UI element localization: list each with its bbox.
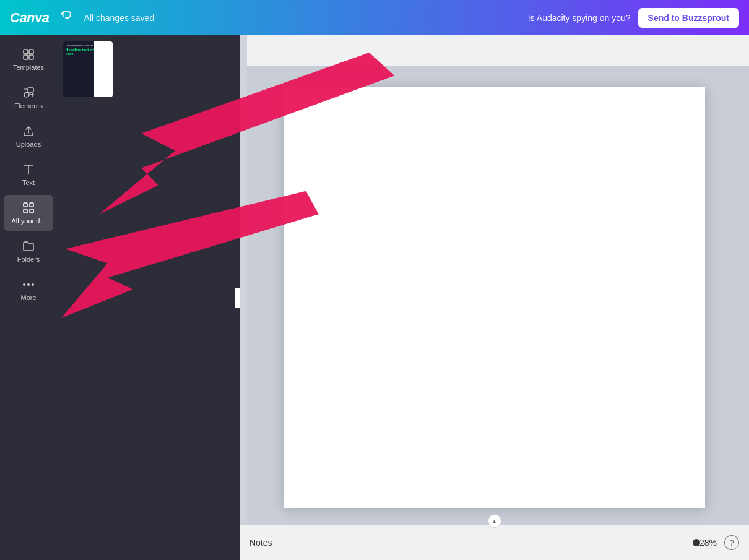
sidebar-item-folders-label: Folders (17, 256, 40, 263)
svg-point-16 (27, 283, 30, 286)
sidebar-item-all-your-d-label: All your d... (11, 217, 45, 225)
svg-point-17 (32, 283, 34, 286)
svg-rect-12 (30, 203, 33, 207)
sidebar-item-uploads[interactable]: Uploads (4, 118, 53, 154)
sidebar-item-more[interactable]: More (4, 272, 53, 308)
canvas-white[interactable] (284, 87, 705, 508)
svg-rect-1 (29, 50, 33, 54)
notes-expand-button[interactable]: ▲ (488, 514, 501, 528)
svg-rect-0 (24, 50, 28, 54)
canvas-topbar (240, 35, 749, 66)
svg-rect-11 (24, 203, 27, 207)
panel: On this episode of Buzzs... Headline tex… (57, 35, 240, 560)
svg-point-15 (23, 283, 25, 286)
send-to-buzzsprout-button[interactable]: Send to Buzzsprout (638, 8, 739, 28)
zoom-slider-thumb (693, 539, 700, 546)
sidebar-item-elements[interactable]: Elements (4, 80, 53, 116)
header-left: Canva All changes saved (10, 7, 154, 28)
sidebar-item-uploads-label: Uploads (16, 140, 41, 148)
sidebar-item-text[interactable]: Text (4, 157, 53, 192)
sidebar-item-elements-label: Elements (14, 102, 43, 110)
canvas-container (240, 51, 749, 545)
sidebar: Templates Elements Uploads Text (0, 35, 57, 560)
header: Canva All changes saved Is Audacity spyi… (0, 0, 749, 35)
help-button[interactable]: ? (724, 535, 739, 550)
svg-marker-6 (24, 88, 28, 90)
sidebar-item-folders[interactable]: Folders (4, 233, 53, 269)
scroll-gutter (240, 35, 247, 525)
template-thumbnail[interactable]: On this episode of Buzzs... Headline tex… (63, 41, 113, 97)
sidebar-item-templates-label: Templates (13, 64, 44, 71)
save-status: All changes saved (84, 13, 155, 23)
svg-rect-13 (24, 209, 27, 213)
sidebar-item-more-label: More (20, 294, 36, 301)
panel-collapse-button[interactable]: ‹ (235, 288, 240, 308)
header-right: Is Audacity spying on you? Send to Buzzs… (528, 8, 739, 28)
audacity-question: Is Audacity spying on you? (528, 13, 631, 23)
canva-logo-text: Canva (10, 10, 50, 26)
canvas-area (240, 35, 749, 560)
svg-point-4 (24, 92, 29, 97)
zoom-percentage: 28% (699, 538, 717, 548)
svg-rect-5 (28, 88, 33, 92)
sidebar-item-templates[interactable]: Templates (4, 41, 53, 77)
svg-rect-2 (24, 55, 28, 59)
undo-button[interactable] (57, 7, 74, 28)
thumb-white-strip (94, 41, 113, 97)
svg-rect-3 (29, 55, 33, 59)
canva-logo-button[interactable]: Canva (10, 10, 50, 26)
sidebar-item-all-your-d[interactable]: All your d... (4, 195, 53, 231)
sidebar-item-text-label: Text (22, 179, 35, 186)
notes-label: Notes (249, 538, 272, 548)
svg-rect-14 (30, 209, 33, 213)
notes-bar: ▲ Notes 28% ? (240, 525, 749, 560)
